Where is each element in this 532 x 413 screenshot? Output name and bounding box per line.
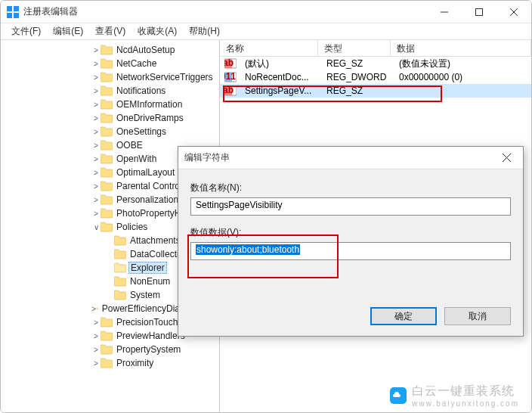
cell-data: 0x00000000 (0): [393, 71, 531, 83]
expand-chevron-icon[interactable]: >: [91, 318, 101, 327]
cloud-icon: [389, 387, 407, 405]
tree-item-label: Notifications: [115, 85, 167, 96]
svg-text:ab: ab: [224, 85, 234, 95]
folder-icon: [101, 126, 113, 137]
regedit-icon: [7, 6, 19, 18]
expand-chevron-icon[interactable]: >: [91, 169, 101, 177]
watermark-text: 白云一键重装系统: [412, 384, 519, 399]
expand-chevron-icon[interactable]: >: [91, 182, 101, 191]
folder-icon: [101, 58, 113, 69]
cancel-button[interactable]: 取消: [444, 307, 511, 325]
value-data-label: 数值数据(V):: [190, 226, 511, 239]
list-row[interactable]: ab SettingsPageV...REG_SZ: [220, 84, 531, 98]
expand-chevron-icon[interactable]: >: [91, 101, 101, 109]
tree-item[interactable]: > NetworkServiceTriggers: [1, 70, 219, 84]
title-bar: 注册表编辑器: [1, 1, 531, 23]
tree-item-label: Attachments: [128, 235, 182, 246]
folder-icon: [114, 276, 126, 287]
expand-chevron-icon[interactable]: >: [91, 114, 101, 123]
col-type[interactable]: 类型: [318, 40, 391, 56]
expand-chevron-icon[interactable]: >: [91, 73, 101, 82]
tree-item[interactable]: > OneDriveRamps: [1, 111, 219, 125]
menu-file[interactable]: 文件(F): [5, 23, 47, 39]
tree-item[interactable]: > PropertySystem: [1, 343, 219, 356]
folder-icon: [101, 331, 113, 341]
svg-rect-3: [14, 13, 19, 18]
menu-edit[interactable]: 编辑(E): [47, 23, 89, 39]
folder-icon: [101, 194, 113, 205]
menu-help[interactable]: 帮助(H): [183, 23, 226, 39]
expand-chevron-icon[interactable]: >: [91, 60, 101, 68]
folder-icon: [101, 222, 113, 232]
cell-data: [393, 90, 531, 92]
expand-chevron-icon[interactable]: >: [91, 359, 101, 368]
folder-icon: [101, 85, 113, 96]
value-data-field[interactable]: showonly:about;bluetooth: [190, 242, 511, 260]
tree-item[interactable]: > OEMInformation: [1, 98, 219, 111]
folder-icon: [96, 303, 98, 314]
maximize-button[interactable]: [462, 1, 496, 23]
expand-chevron-icon[interactable]: ∨: [91, 223, 101, 231]
value-name-field[interactable]: SettingsPageVisibility: [190, 197, 511, 216]
menu-view[interactable]: 查看(V): [89, 23, 131, 39]
list-row[interactable]: ab (默认)REG_SZ(数值未设置): [220, 57, 531, 70]
menu-favorites[interactable]: 收藏夹(A): [131, 23, 183, 39]
cell-name: NoRecentDoc...: [239, 71, 320, 83]
expand-chevron-icon[interactable]: >: [91, 332, 101, 340]
tree-item[interactable]: > NetCache: [1, 57, 219, 70]
expand-chevron-icon[interactable]: >: [91, 87, 101, 95]
folder-icon: [101, 181, 113, 191]
folder-icon: [101, 344, 113, 355]
svg-text:ab: ab: [224, 57, 234, 68]
minimize-icon: [441, 8, 448, 16]
maximize-icon: [475, 8, 483, 16]
folder-icon: [101, 358, 113, 368]
cell-type: REG_SZ: [320, 85, 393, 97]
tree-item-label: OneSettings: [115, 126, 168, 137]
tree-item[interactable]: > OneSettings: [1, 125, 219, 138]
tree-item-label: Explorer: [128, 262, 167, 274]
expand-chevron-icon[interactable]: >: [91, 128, 101, 136]
expand-chevron-icon[interactable]: >: [91, 155, 101, 163]
reg-binary-icon: 011: [224, 71, 237, 83]
col-name[interactable]: 名称: [220, 40, 318, 56]
tree-item[interactable]: > Proximity: [1, 356, 219, 370]
folder-icon: [101, 167, 113, 178]
svg-text:011: 011: [224, 71, 236, 82]
tree-item-label: Policies: [115, 222, 149, 232]
folder-icon: [101, 99, 113, 110]
ok-button[interactable]: 确定: [370, 307, 437, 325]
close-button[interactable]: [496, 1, 531, 23]
expand-chevron-icon[interactable]: >: [91, 141, 101, 150]
cell-type: REG_DWORD: [320, 71, 393, 83]
expand-chevron-icon[interactable]: >: [91, 346, 101, 354]
minimize-button[interactable]: [427, 1, 462, 23]
tree-item[interactable]: > Notifications: [1, 84, 219, 98]
folder-icon: [101, 72, 113, 82]
tree-item[interactable]: > NcdAutoSetup: [1, 43, 219, 57]
reg-string-icon: ab: [224, 57, 237, 70]
tree-item-label: Proximity: [115, 358, 155, 368]
dialog-title: 编辑字符串: [178, 151, 490, 164]
tree-item-label: NcdAutoSetup: [115, 45, 176, 55]
list-row[interactable]: 011 NoRecentDoc...REG_DWORD0x00000000 (0…: [220, 70, 531, 84]
window-title: 注册表编辑器: [23, 5, 427, 18]
folder-open-icon: [114, 262, 126, 273]
col-data[interactable]: 数据: [391, 40, 531, 56]
close-icon: [510, 8, 518, 16]
tree-item-label: OneDriveRamps: [115, 113, 185, 123]
watermark: 白云一键重装系统 www.baiyunxitong.com: [389, 384, 519, 408]
folder-icon: [101, 154, 113, 164]
expand-chevron-icon[interactable]: >: [91, 210, 101, 218]
expand-chevron-icon[interactable]: >: [91, 196, 101, 204]
folder-icon: [101, 317, 113, 328]
expand-chevron-icon[interactable]: >: [91, 46, 101, 54]
folder-icon: [101, 113, 113, 123]
close-icon: [503, 154, 511, 162]
tree-item-label: NetworkServiceTriggers: [115, 72, 215, 82]
tree-item-label: Personalization: [115, 194, 180, 205]
dialog-close-button[interactable]: [490, 152, 523, 164]
dialog-title-bar: 编辑字符串: [178, 147, 523, 169]
tree-item-label: NetCache: [115, 58, 158, 69]
tree-item-label: PreviewHandlers: [115, 331, 187, 341]
